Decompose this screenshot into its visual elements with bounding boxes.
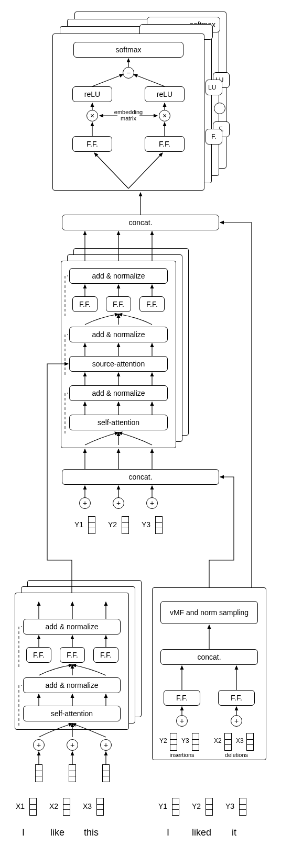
concat-upper: concat.	[62, 215, 219, 230]
decoder-ff-1: F.F.	[72, 296, 98, 312]
plus-x3: +	[100, 739, 112, 751]
y3-vec-mid	[155, 516, 163, 534]
ff-shadow-peek-2: F.	[206, 129, 222, 144]
ins-y3-label: Y3	[181, 737, 189, 744]
x3-label: X3	[83, 802, 92, 810]
y2-label-bot: Y2	[192, 802, 201, 810]
encoder-addnorm-1: add & normalize	[23, 619, 121, 635]
x3-vec-b	[96, 798, 104, 816]
vmf-ff-left: F.F.	[164, 690, 200, 706]
ff-head-right: F.F.	[145, 136, 185, 152]
del-x3-label: X3	[236, 737, 244, 744]
decoder-ff-2: F.F.	[106, 296, 131, 312]
vmf-concat: concat.	[160, 649, 258, 665]
y2-label-mid: Y2	[108, 520, 117, 529]
ins-y3-vec	[192, 733, 199, 751]
y3-label-mid: Y3	[142, 520, 150, 529]
ff-head-left: F.F.	[72, 136, 112, 152]
relu-left: reLU	[72, 86, 112, 102]
encoder-addnorm-2: add & normalize	[23, 677, 121, 693]
softmax-block: softmax	[73, 42, 183, 58]
plus-ins: +	[176, 715, 188, 727]
word-this: this	[84, 827, 99, 838]
relu-shadow-peek-2: LU	[206, 80, 222, 95]
insertions-label: insertions	[164, 752, 200, 758]
word-I-y: I	[167, 827, 169, 838]
y3-label-bot: Y3	[225, 802, 234, 810]
multiply-right: ×	[159, 110, 170, 121]
relu-right: reLU	[145, 86, 185, 102]
y1-vec-mid	[88, 516, 95, 534]
plus-x2: +	[67, 739, 78, 751]
plus-y3: +	[146, 497, 158, 509]
word-I: I	[22, 827, 25, 838]
vmf-ff-right: F.F.	[218, 690, 255, 706]
del-x3-vec	[246, 733, 254, 751]
decoder-srcattn: source-attention	[69, 356, 168, 372]
ins-y2-vec	[170, 733, 177, 751]
plus-y2: +	[113, 497, 124, 509]
encoder-ff-1: F.F.	[26, 647, 51, 663]
embedding-label: embedding matrix	[109, 109, 148, 121]
subtract-op: −	[123, 67, 134, 79]
multiply-left: ×	[87, 110, 98, 121]
del-x2-vec	[224, 733, 232, 751]
deletions-label: deletions	[218, 752, 255, 758]
plus-del: +	[231, 715, 242, 727]
x1-vec-b	[29, 798, 37, 816]
plus-x1: +	[33, 739, 45, 751]
x2-vec-b	[63, 798, 70, 816]
decoder-addnorm-3: add & normalize	[69, 385, 168, 401]
x3-vec	[102, 764, 110, 782]
architecture-diagram: softmax softmax − reLU reLU × × embeddin…	[5, 5, 276, 863]
x1-vec	[35, 764, 42, 782]
y2-vec-mid	[122, 516, 129, 534]
y1-label-mid: Y1	[74, 520, 83, 529]
word-like: like	[50, 827, 64, 838]
vmf-sampling: vMF and norm sampling	[160, 601, 258, 624]
encoder-selfattn: self-attention	[23, 706, 121, 721]
word-it: it	[232, 827, 236, 838]
decoder-addnorm-1: add & normalize	[69, 268, 168, 284]
encoder-ff-3: F.F.	[93, 647, 118, 663]
ins-y2-label: Y2	[159, 737, 167, 744]
x1-label: X1	[16, 802, 25, 810]
del-x2-label: X2	[214, 737, 222, 744]
y2-vec-bot	[206, 798, 213, 816]
y1-label-bot: Y1	[158, 802, 167, 810]
decoder-addnorm-2: add & normalize	[69, 327, 168, 342]
decoder-selfattn: self-attention	[69, 415, 168, 430]
x2-vec	[69, 764, 76, 782]
encoder-ff-2: F.F.	[60, 647, 85, 663]
word-liked: liked	[192, 827, 211, 838]
decoder-ff-3: F.F.	[139, 296, 165, 312]
plus-y1: +	[79, 497, 91, 509]
y3-vec-bot	[239, 798, 246, 816]
y1-vec-bot	[172, 798, 179, 816]
x2-label: X2	[49, 802, 58, 810]
op-shadow-peek	[214, 103, 225, 114]
concat-lower: concat.	[62, 469, 219, 485]
